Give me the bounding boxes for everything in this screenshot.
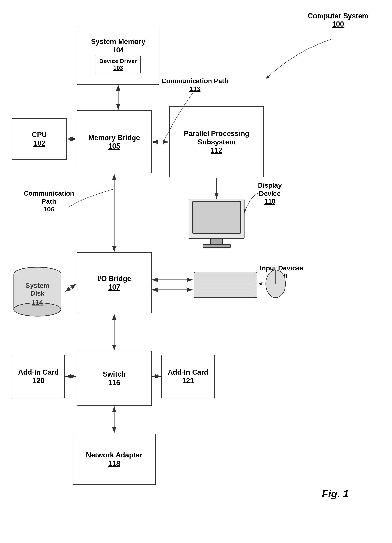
comm-path-113-label: Communication Path 113	[161, 77, 228, 93]
svg-rect-17	[203, 244, 230, 248]
diagram-container: Computer System 100 System Memory 104 De…	[0, 0, 392, 543]
device-driver-num: 103	[99, 64, 137, 71]
memory-bridge-title: Memory Bridge	[88, 133, 140, 142]
cpu-num: 102	[33, 139, 45, 147]
system-memory-box: System Memory 104 Device Driver 103	[77, 26, 160, 85]
comm-path-113-num: 113	[161, 85, 228, 93]
comm-path-106-title: CommunicationPath	[24, 189, 74, 205]
svg-text:System: System	[26, 282, 50, 289]
svg-rect-16	[211, 238, 222, 244]
display-device-label: DisplayDevice 110	[258, 181, 282, 205]
cpu-box: CPU 102	[12, 118, 67, 160]
comm-path-113-title: Communication Path	[161, 77, 228, 85]
cpu-title: CPU	[32, 130, 47, 139]
device-driver-box: Device Driver 103	[96, 56, 141, 73]
display-device-title: DisplayDevice	[258, 181, 282, 198]
svg-text:114: 114	[32, 298, 43, 306]
svg-rect-14	[189, 199, 244, 238]
network-adapter-title: Network Adapter	[86, 451, 143, 459]
computer-system-num: 100	[308, 20, 368, 28]
svg-rect-15	[193, 201, 241, 233]
add-in-card-121-num: 121	[182, 377, 194, 385]
svg-rect-27	[14, 274, 61, 309]
svg-text:Disk: Disk	[30, 289, 44, 297]
computer-system-title: Computer System	[308, 12, 368, 20]
switch-box: Switch 116	[77, 351, 152, 406]
add-in-card-120-box: Add-In Card 120	[12, 355, 65, 398]
input-devices-title: Input Devices	[260, 264, 304, 272]
network-adapter-box: Network Adapter 118	[73, 434, 155, 485]
memory-bridge-box: Memory Bridge 105	[77, 110, 152, 173]
input-devices-num: 108	[260, 272, 304, 280]
parallel-processing-title: Parallel Processing Subsystem	[170, 129, 263, 146]
device-driver-title: Device Driver	[99, 58, 137, 64]
network-adapter-num: 118	[108, 459, 120, 468]
io-bridge-box: I/O Bridge 107	[77, 252, 152, 313]
switch-num: 116	[108, 379, 120, 387]
comm-path-106-num: 106	[24, 205, 74, 213]
svg-rect-18	[194, 272, 257, 298]
comm-path-106-label: CommunicationPath 106	[24, 189, 74, 213]
add-in-card-120-title: Add-In Card	[18, 368, 59, 376]
add-in-card-121-title: Add-In Card	[168, 368, 208, 376]
add-in-card-121-box: Add-In Card 121	[161, 355, 215, 398]
switch-title: Switch	[103, 370, 126, 379]
svg-point-26	[14, 267, 61, 281]
system-memory-num: 104	[112, 46, 124, 54]
computer-system-label: Computer System 100	[308, 12, 368, 28]
io-bridge-title: I/O Bridge	[97, 274, 131, 283]
parallel-processing-num: 112	[211, 146, 222, 154]
svg-point-28	[14, 303, 61, 316]
input-devices-label: Input Devices 108	[260, 264, 304, 280]
io-bridge-num: 107	[108, 283, 120, 291]
memory-bridge-num: 105	[108, 142, 120, 150]
add-in-card-120-num: 120	[33, 377, 44, 385]
system-memory-title: System Memory	[91, 37, 145, 46]
display-device-num: 110	[258, 198, 282, 205]
parallel-processing-box: Parallel Processing Subsystem 112	[169, 107, 264, 177]
svg-line-9	[65, 284, 76, 292]
fig-label: Fig. 1	[322, 488, 349, 500]
